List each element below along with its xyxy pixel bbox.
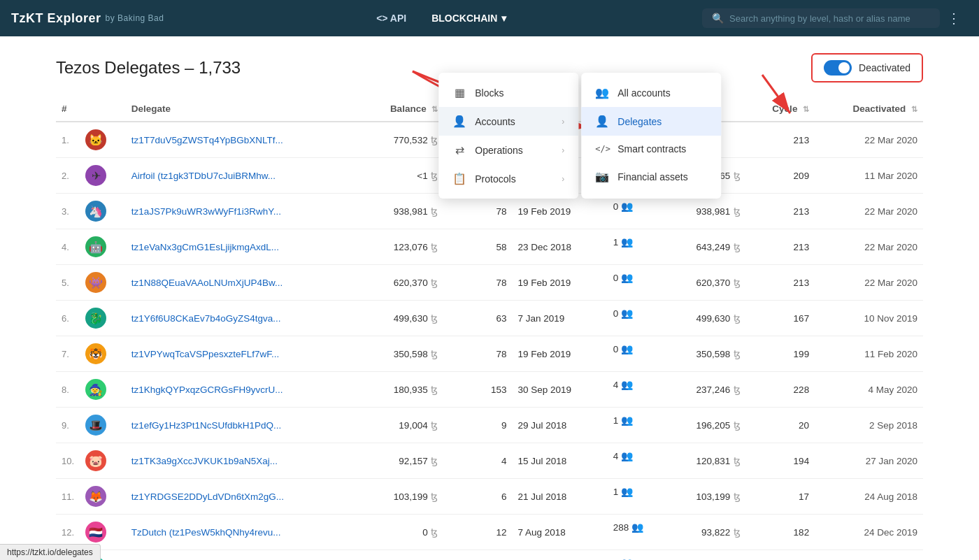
row-avatar-cell: 🧙 [80, 372, 126, 408]
menu-item-protocols[interactable]: 📋 Protocols › [438, 164, 578, 193]
deactivated-toggle-container[interactable]: Deactivated [811, 53, 923, 82]
row-deactivated: 22 Mar 2020 [815, 194, 923, 229]
row-balance: 620,370 ꜩ [359, 265, 444, 301]
row-cycle2: 213 [746, 122, 815, 158]
row-delegate-cell: tz1VPYwqTcaVSPpesxzteFLf7wF... [126, 336, 359, 372]
row-cycle1: 58 [443, 229, 512, 265]
row-balance: 180,935 ꜩ [359, 372, 444, 408]
row-staking: 93,822 ꜩ [667, 515, 746, 550]
row-balance: 92,157 ꜩ [359, 443, 444, 479]
row-deactivated: 11 Feb 2020 [815, 336, 923, 372]
row-cycle2: 194 [746, 443, 815, 479]
submenu-delegates[interactable]: 👤 Delegates [581, 107, 721, 136]
row-deactivated: 22 Mar 2020 [815, 550, 923, 561]
row-cycle2: 182 [746, 515, 815, 550]
row-avatar-cell: 🦊 [80, 479, 126, 515]
row-num: 9. [56, 408, 80, 443]
row-delegate-cell: tz1T7duV5gZWSTq4YpBGbXNLTf... [126, 122, 359, 158]
delegate-link[interactable]: TzDutch (tz1PesW5khQNhy4revu... [131, 527, 281, 538]
search-input[interactable] [729, 13, 930, 24]
search-bar[interactable]: 🔍 [702, 8, 940, 28]
delegate-link[interactable]: tz1YRDGSE2DDyLdVDn6tXm2gG... [131, 491, 284, 502]
row-first-activity: 19 Feb 2019 [512, 336, 607, 372]
row-avatar-cell: 🐉 [80, 301, 126, 336]
row-first-activity: 7 Aug 2018 [512, 515, 607, 550]
delegate-link[interactable]: tz1efGy1Hz3Pt1NcSUfdbkH1PdQ... [131, 420, 282, 431]
row-staking: 499,630 ꜩ [667, 301, 746, 336]
delegate-link[interactable]: tz1T7duV5gZWSTq4YpBGbXNLTf... [131, 135, 283, 145]
delegate-link[interactable]: tz1aJS7Pk9uWR3wWyFf1i3RwhY... [131, 206, 281, 217]
row-cycle2: 199 [746, 336, 815, 372]
submenu-financial-assets-label: Financial assets [617, 171, 687, 182]
avatar: ✈ [85, 165, 106, 186]
delegate-link[interactable]: tz1Y6f6U8CKaEv7b4oGyZS4tgva... [131, 313, 281, 324]
menu-item-operations-label: Operations [475, 145, 522, 156]
avatar: 🐷 [85, 450, 106, 471]
api-button[interactable]: <> API [366, 8, 416, 28]
col-deactivated: Deactivated ⇅ [815, 96, 923, 122]
deactivated-toggle-switch[interactable] [824, 60, 852, 76]
row-delegate-cell: tz1efGy1Hz3Pt1NcSUfdbkH1PdQ... [126, 408, 359, 443]
delegate-link[interactable]: tz1N88QEuaVAAoLNUmXjUP4Bw... [131, 278, 283, 288]
people-icon: 👥 [621, 557, 633, 560]
people-icon: 👥 [621, 236, 633, 247]
submenu-all-accounts-label: All accounts [617, 87, 670, 99]
delegate-link[interactable]: tz1VPYwqTcaVSPpesxzteFLf7wF... [131, 349, 280, 359]
row-first-activity: 15 Jul 2018 [512, 443, 607, 479]
row-balance: 770,532 ꜩ [359, 122, 444, 158]
menu-item-blocks[interactable]: ▦ Blocks [438, 78, 578, 107]
row-avatar-cell: 🐱 [80, 122, 126, 158]
row-staking: 620,370 ꜩ [667, 265, 746, 301]
row-deactivated: 24 Dec 2019 [815, 515, 923, 550]
submenu-financial-assets[interactable]: 📷 Financial assets [581, 162, 721, 191]
delegate-link[interactable]: Airfoil (tz1gk3TDbU7cJuiBRMhw... [131, 171, 276, 181]
row-delegate-cell: tz1N88QEuaVAAoLNUmXjUP4Bw... [126, 265, 359, 301]
delegate-link[interactable]: tz1KhgkQYPxqzGCRGsFH9yvcrU... [131, 385, 283, 395]
people-icon: 👥 [621, 343, 633, 354]
row-balance: 0 ꜩ [359, 515, 444, 550]
table-row: 11. 🦊 tz1YRDGSE2DDyLdVDn6tXm2gG... 103,1… [56, 479, 923, 515]
delegate-link[interactable]: tz1TK3a9gXccJVKUK1b9aN5Xaj... [131, 456, 278, 466]
row-delegate-cell: tz1KhgkQYPxqzGCRGsFH9yvcrU... [126, 372, 359, 408]
row-avatar-cell: 👾 [80, 265, 126, 301]
protocols-chevron-icon: › [562, 174, 564, 184]
avatar: 🐱 [85, 129, 106, 150]
blockchain-button[interactable]: BLOCKCHAIN ▾ [422, 8, 516, 28]
row-balance: 19,004 ꜩ [359, 408, 444, 443]
operations-icon: ⇄ [452, 143, 466, 157]
more-menu-button[interactable]: ⋮ [940, 6, 968, 31]
menu-item-operations[interactable]: ⇄ Operations › [438, 136, 578, 164]
row-delegators: 0 👥 [608, 265, 667, 290]
row-delegators: 4 👥 [608, 443, 667, 468]
row-avatar-cell: ✈ [80, 158, 126, 194]
row-deactivated: 22 Mar 2020 [815, 265, 923, 301]
brand-by: by Baking Bad [106, 13, 164, 23]
row-num: 3. [56, 194, 80, 229]
table-row: 4. 🤖 tz1eVaNx3gCmG1EsLjijkmgAxdL... 123,… [56, 229, 923, 265]
people-icon: 👥 [621, 272, 633, 283]
row-avatar-cell: 🐯 [80, 336, 126, 372]
row-cycle2: 228 [746, 372, 815, 408]
row-delegators: 0 👥 [608, 301, 667, 326]
menu-item-protocols-label: Protocols [475, 173, 515, 185]
table-row: 13. 🦜 tz1UmvCuYf997rQQcJ9pFFgaYeg... 84,… [56, 550, 923, 561]
row-staking: 196,205 ꜩ [667, 408, 746, 443]
row-staking: 87,149 ꜩ [667, 550, 746, 561]
row-cycle1: 78 [443, 194, 512, 229]
row-cycle2: 17 [746, 479, 815, 515]
menu-item-accounts[interactable]: 👤 Accounts › [438, 107, 578, 136]
row-num: 5. [56, 265, 80, 301]
people-icon: 👥 [621, 486, 633, 497]
submenu-all-accounts[interactable]: 👥 All accounts [581, 78, 721, 107]
row-cycle1: 19 [443, 550, 512, 561]
row-balance: 84,981 ꜩ [359, 550, 444, 561]
brand: TzKT Explorer by Baking Bad [11, 11, 164, 26]
submenu-smart-contracts[interactable]: </> Smart contracts [581, 136, 721, 162]
delegate-link[interactable]: tz1eVaNx3gCmG1EsLjijkmgAxdL... [131, 242, 279, 252]
row-num: 8. [56, 372, 80, 408]
smart-contracts-icon: </> [595, 144, 609, 154]
row-cycle1: 63 [443, 301, 512, 336]
row-staking: 237,246 ꜩ [667, 372, 746, 408]
row-delegators: 1 👥 [608, 479, 667, 504]
blocks-icon: ▦ [452, 86, 466, 99]
